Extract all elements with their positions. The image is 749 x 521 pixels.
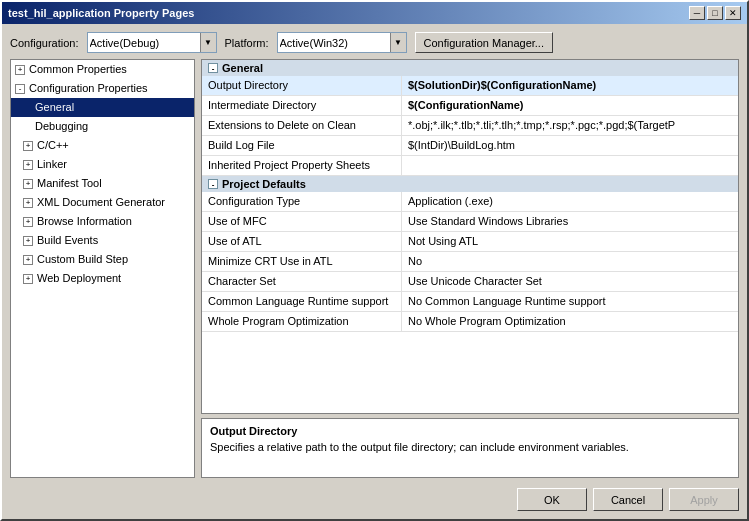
config-combo-arrow[interactable]: ▼ (200, 33, 216, 52)
bottom-buttons: OK Cancel Apply (10, 484, 739, 511)
prop-row-ext-delete[interactable]: Extensions to Delete on Clean *.obj;*.il… (202, 116, 738, 136)
section-icon-defaults[interactable]: - (208, 179, 218, 189)
prop-name-inherited: Inherited Project Property Sheets (202, 156, 402, 175)
ok-button[interactable]: OK (517, 488, 587, 511)
prop-value-output-dir: $(SolutionDir)$(ConfigurationName) (402, 76, 738, 95)
prop-row-build-log[interactable]: Build Log File $(IntDir)\BuildLog.htm (202, 136, 738, 156)
top-bar: Configuration: Active(Debug) ▼ Platform:… (10, 32, 739, 53)
tree-item-build-events[interactable]: + Build Events (11, 231, 194, 250)
tree-label-debugging: Debugging (35, 118, 88, 135)
config-combo[interactable]: Active(Debug) ▼ (87, 32, 217, 53)
prop-value-use-atl: Not Using ATL (402, 232, 738, 251)
expand-icon-linker[interactable]: + (23, 160, 33, 170)
prop-name-clr: Common Language Runtime support (202, 292, 402, 311)
prop-name-use-mfc: Use of MFC (202, 212, 402, 231)
prop-name-output-dir: Output Directory (202, 76, 402, 95)
prop-name-minimize-crt: Minimize CRT Use in ATL (202, 252, 402, 271)
tree-label-cpp: C/C++ (37, 137, 69, 154)
expand-icon-manifest[interactable]: + (23, 179, 33, 189)
prop-row-charset[interactable]: Character Set Use Unicode Character Set (202, 272, 738, 292)
close-button[interactable]: ✕ (725, 6, 741, 20)
left-panel: + Common Properties - Configuration Prop… (10, 59, 195, 478)
prop-row-clr[interactable]: Common Language Runtime support No Commo… (202, 292, 738, 312)
section-header-project-defaults: - Project Defaults (202, 176, 738, 192)
platform-combo[interactable]: Active(Win32) ▼ (277, 32, 407, 53)
prop-value-clr: No Common Language Runtime support (402, 292, 738, 311)
right-panel: - General Output Directory $(SolutionDir… (201, 59, 739, 478)
section-title-project-defaults: Project Defaults (222, 178, 306, 190)
tree-label-general: General (35, 99, 74, 116)
tree-item-custom-build[interactable]: + Custom Build Step (11, 250, 194, 269)
expand-icon-web[interactable]: + (23, 274, 33, 284)
prop-row-whole-prog[interactable]: Whole Program Optimization No Whole Prog… (202, 312, 738, 332)
expand-icon-xml[interactable]: + (23, 198, 33, 208)
config-manager-button[interactable]: Configuration Manager... (415, 32, 553, 53)
config-label: Configuration: (10, 37, 79, 49)
tree-label-manifest-tool: Manifest Tool (37, 175, 102, 192)
prop-value-ext-delete: *.obj;*.ilk;*.tlb;*.tli;*.tlh;*.tmp;*.rs… (402, 116, 738, 135)
expand-icon-config[interactable]: - (15, 84, 25, 94)
cancel-button[interactable]: Cancel (593, 488, 663, 511)
tree-item-general[interactable]: General (11, 98, 194, 117)
prop-value-build-log: $(IntDir)\BuildLog.htm (402, 136, 738, 155)
tree-item-cpp[interactable]: + C/C++ (11, 136, 194, 155)
expand-icon-custom[interactable]: + (23, 255, 33, 265)
main-area: + Common Properties - Configuration Prop… (10, 59, 739, 478)
title-bar-buttons: ─ □ ✕ (689, 6, 741, 20)
dialog-content: Configuration: Active(Debug) ▼ Platform:… (2, 24, 747, 519)
prop-value-minimize-crt: No (402, 252, 738, 271)
prop-value-config-type: Application (.exe) (402, 192, 738, 211)
tree-item-manifest-tool[interactable]: + Manifest Tool (11, 174, 194, 193)
apply-button[interactable]: Apply (669, 488, 739, 511)
config-value: Active(Debug) (90, 37, 214, 49)
prop-value-inherited (402, 156, 738, 175)
props-grid: - General Output Directory $(SolutionDir… (201, 59, 739, 414)
expand-icon-common[interactable]: + (15, 65, 25, 75)
prop-name-charset: Character Set (202, 272, 402, 291)
prop-value-intermediate-dir: $(ConfigurationName) (402, 96, 738, 115)
window-title: test_hil_application Property Pages (8, 7, 194, 19)
prop-row-use-mfc[interactable]: Use of MFC Use Standard Windows Librarie… (202, 212, 738, 232)
tree-item-debugging[interactable]: Debugging (11, 117, 194, 136)
maximize-button[interactable]: □ (707, 6, 723, 20)
tree-item-web-deploy[interactable]: + Web Deployment (11, 269, 194, 288)
prop-row-intermediate-dir[interactable]: Intermediate Directory $(ConfigurationNa… (202, 96, 738, 116)
section-icon-general[interactable]: - (208, 63, 218, 73)
tree-label-linker: Linker (37, 156, 67, 173)
prop-value-charset: Use Unicode Character Set (402, 272, 738, 291)
tree-label-browse-info: Browse Information (37, 213, 132, 230)
info-panel: Output Directory Specifies a relative pa… (201, 418, 739, 478)
prop-row-minimize-crt[interactable]: Minimize CRT Use in ATL No (202, 252, 738, 272)
tree-item-browse-info[interactable]: + Browse Information (11, 212, 194, 231)
tree-label-build-events: Build Events (37, 232, 98, 249)
tree-label-config-props: Configuration Properties (29, 80, 148, 97)
tree-item-config-props[interactable]: - Configuration Properties (11, 79, 194, 98)
prop-name-config-type: Configuration Type (202, 192, 402, 211)
prop-row-output-dir[interactable]: Output Directory $(SolutionDir)$(Configu… (202, 76, 738, 96)
prop-row-config-type[interactable]: Configuration Type Application (.exe) (202, 192, 738, 212)
expand-icon-cpp[interactable]: + (23, 141, 33, 151)
tree-item-common-props[interactable]: + Common Properties (11, 60, 194, 79)
section-header-general: - General (202, 60, 738, 76)
expand-icon-build-events[interactable]: + (23, 236, 33, 246)
dialog-window: test_hil_application Property Pages ─ □ … (0, 0, 749, 521)
prop-name-intermediate-dir: Intermediate Directory (202, 96, 402, 115)
tree-label-xml-doc: XML Document Generator (37, 194, 165, 211)
prop-value-whole-prog: No Whole Program Optimization (402, 312, 738, 331)
expand-icon-browse[interactable]: + (23, 217, 33, 227)
prop-name-use-atl: Use of ATL (202, 232, 402, 251)
platform-value: Active(Win32) (280, 37, 404, 49)
platform-combo-arrow[interactable]: ▼ (390, 33, 406, 52)
prop-name-ext-delete: Extensions to Delete on Clean (202, 116, 402, 135)
prop-row-inherited[interactable]: Inherited Project Property Sheets (202, 156, 738, 176)
tree-label-custom-build: Custom Build Step (37, 251, 128, 268)
minimize-button[interactable]: ─ (689, 6, 705, 20)
prop-name-whole-prog: Whole Program Optimization (202, 312, 402, 331)
tree-item-linker[interactable]: + Linker (11, 155, 194, 174)
prop-name-build-log: Build Log File (202, 136, 402, 155)
prop-row-use-atl[interactable]: Use of ATL Not Using ATL (202, 232, 738, 252)
prop-value-use-mfc: Use Standard Windows Libraries (402, 212, 738, 231)
tree-item-xml-doc[interactable]: + XML Document Generator (11, 193, 194, 212)
title-bar: test_hil_application Property Pages ─ □ … (2, 2, 747, 24)
platform-label: Platform: (225, 37, 269, 49)
